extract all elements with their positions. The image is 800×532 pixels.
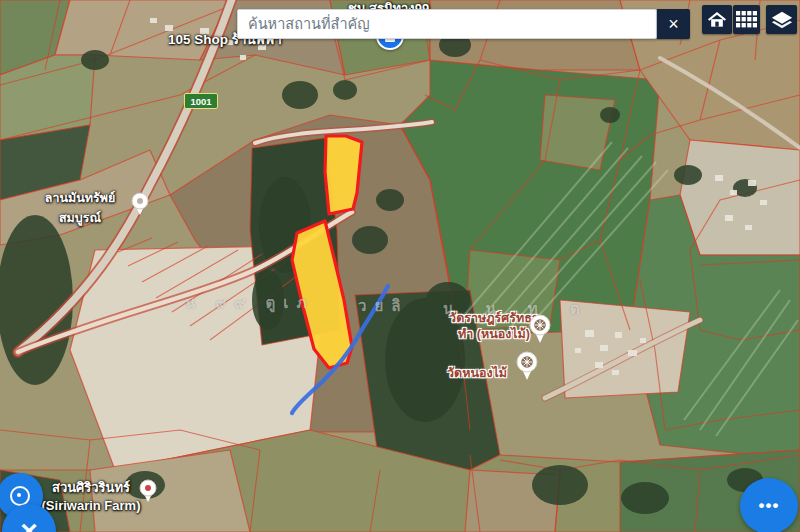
cassava-yard-pin[interactable] [131, 192, 149, 220]
search-input[interactable] [237, 9, 657, 39]
temple-pin-icon [529, 314, 551, 344]
satellite-map[interactable] [0, 0, 800, 532]
wat-rat-pin[interactable] [529, 314, 551, 348]
layers-button[interactable] [766, 5, 797, 34]
layers-icon [770, 9, 794, 31]
close-icon: × [20, 514, 38, 532]
route-shield-1001: 1001 [184, 93, 218, 109]
more-options-fab[interactable]: ••• [740, 478, 798, 532]
farm-pin[interactable] [139, 479, 157, 507]
home-button[interactable] [702, 5, 732, 34]
close-icon: × [668, 15, 679, 33]
wat-nong-pin[interactable] [516, 351, 538, 385]
locate-icon [10, 486, 30, 506]
poi-dot-pin-icon [131, 192, 149, 216]
grid-icon [736, 11, 757, 28]
map-app-window: 105 Shop ร้านพี่ฟา ชุม สุรมิทาง99 ลานมัน… [0, 0, 800, 532]
poi-dot-pin-icon [139, 479, 157, 503]
home-icon [706, 10, 728, 30]
grid-button[interactable] [733, 5, 760, 34]
ellipsis-icon: ••• [759, 496, 780, 516]
temple-pin-icon [516, 351, 538, 381]
search-clear-button[interactable]: × [657, 9, 690, 39]
